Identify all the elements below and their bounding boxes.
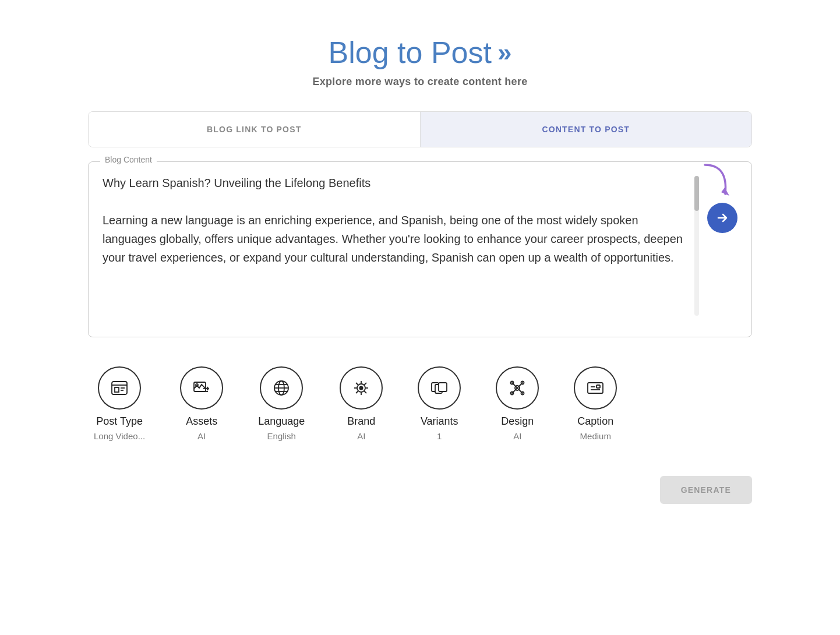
language-icon <box>271 378 291 398</box>
content-area: Blog Content Why Learn Spanish? Unveilin… <box>88 161 752 337</box>
arrow-area <box>705 174 740 239</box>
option-caption[interactable]: Caption Medium <box>574 366 617 441</box>
assets-label: Assets <box>186 415 217 428</box>
design-icon <box>507 378 527 398</box>
svg-rect-30 <box>597 385 600 388</box>
generate-row: GENERATE <box>88 476 752 504</box>
tab-blog-link[interactable]: BLOG LINK TO POST <box>89 112 421 147</box>
option-language[interactable]: Language English <box>258 366 305 441</box>
variants-icon <box>429 378 449 398</box>
post-type-sublabel: Long Video... <box>94 431 145 441</box>
assets-sublabel: AI <box>197 431 206 441</box>
scrollbar-thumb <box>694 176 699 211</box>
option-assets[interactable]: Assets AI <box>180 366 223 441</box>
chevron-icon: » <box>497 38 511 67</box>
tab-content-to-post[interactable]: CONTENT TO POST <box>421 112 752 147</box>
blog-content-inner: Why Learn Spanish? Unveiling the Lifelon… <box>103 174 740 325</box>
page-header: Blog to Post » Explore more ways to crea… <box>312 35 527 88</box>
svg-rect-19 <box>439 383 447 391</box>
post-type-icon-circle <box>98 366 141 410</box>
option-brand[interactable]: Brand AI <box>340 366 383 441</box>
language-sublabel: English <box>267 431 296 441</box>
caption-label: Caption <box>577 415 613 428</box>
blog-content-box: Blog Content Why Learn Spanish? Unveilin… <box>88 161 752 337</box>
caption-icon-circle <box>574 366 617 410</box>
options-row: Post Type Long Video... Assets AI <box>88 366 752 441</box>
curved-arrow-icon <box>699 162 734 205</box>
variants-label: Variants <box>421 415 458 428</box>
brand-label: Brand <box>347 415 375 428</box>
option-variants[interactable]: Variants 1 <box>418 366 461 441</box>
svg-point-16 <box>359 386 363 390</box>
svg-rect-1 <box>112 382 127 394</box>
page-title: Blog to Post » <box>312 35 527 70</box>
title-text: Blog to Post <box>329 35 492 70</box>
blog-content-textarea[interactable]: Why Learn Spanish? Unveiling the Lifelon… <box>103 174 689 325</box>
page-subtitle: Explore more ways to create content here <box>312 76 527 88</box>
option-design[interactable]: Design AI <box>496 366 539 441</box>
blog-content-label: Blog Content <box>100 155 157 164</box>
generate-button[interactable]: GENERATE <box>660 476 752 504</box>
brand-sublabel: AI <box>357 431 365 441</box>
design-sublabel: AI <box>513 431 521 441</box>
caption-icon <box>585 378 605 398</box>
option-post-type[interactable]: Post Type Long Video... <box>94 366 145 441</box>
language-label: Language <box>258 415 305 428</box>
tab-bar: BLOG LINK TO POST CONTENT TO POST <box>88 111 752 147</box>
scrollbar-track <box>694 176 699 316</box>
design-icon-circle <box>496 366 539 410</box>
caption-sublabel: Medium <box>580 431 611 441</box>
design-label: Design <box>501 415 534 428</box>
post-type-label: Post Type <box>96 415 143 428</box>
post-type-icon <box>110 378 129 398</box>
go-button[interactable] <box>707 203 737 233</box>
assets-icon-circle <box>180 366 223 410</box>
svg-rect-3 <box>115 387 119 392</box>
variants-sublabel: 1 <box>437 431 442 441</box>
brand-icon-circle <box>340 366 383 410</box>
brand-icon <box>351 378 371 398</box>
main-container: BLOG LINK TO POST CONTENT TO POST Blog C… <box>88 111 752 504</box>
assets-icon <box>192 378 211 398</box>
variants-icon-circle <box>418 366 461 410</box>
svg-rect-27 <box>588 383 603 393</box>
language-icon-circle <box>260 366 303 410</box>
